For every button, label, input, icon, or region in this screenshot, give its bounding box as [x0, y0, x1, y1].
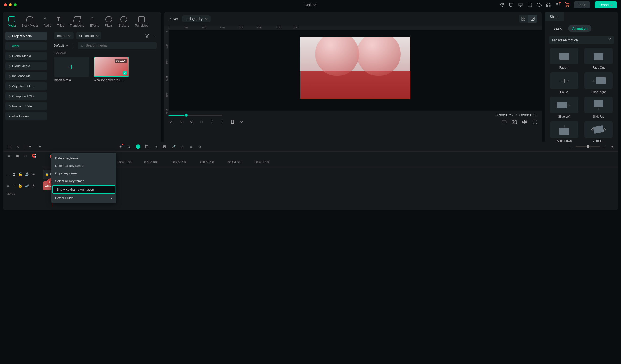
- monitor-icon[interactable]: [518, 2, 523, 7]
- anim-pause[interactable]: ⇢ ‖ ⇢Pause: [549, 72, 580, 94]
- basic-tab[interactable]: Basic: [550, 25, 566, 32]
- preset-animation-select[interactable]: Preset Animation: [549, 36, 614, 44]
- anim-slide-right[interactable]: ⇢Slide Right: [583, 72, 614, 94]
- marker-button[interactable]: [230, 119, 235, 124]
- tab-transitions[interactable]: Transitions: [70, 16, 84, 27]
- ctx-copy-keyframe[interactable]: Copy keyframe: [51, 169, 116, 177]
- ctx-select-all-keyframes[interactable]: Select all Keyframes: [51, 177, 116, 185]
- sidebar-compound-clip[interactable]: Compound Clip: [5, 92, 47, 100]
- filter-icon[interactable]: [144, 33, 149, 38]
- volume-button[interactable]: [522, 119, 527, 124]
- image-view-button[interactable]: [528, 15, 537, 23]
- sidebar-image-to-video[interactable]: Image to Video: [5, 102, 47, 110]
- sidebar-project-media[interactable]: Project Media: [5, 32, 47, 40]
- sidebar-influence-kit[interactable]: Influence Kit: [5, 72, 47, 80]
- mic-tool[interactable]: 🎤: [171, 144, 176, 149]
- apps-icon[interactable]: [555, 2, 560, 7]
- magnet-icon[interactable]: 🧲: [31, 153, 36, 158]
- tab-stock-media[interactable]: Stock Media: [22, 16, 38, 27]
- smart-tool[interactable]: [136, 144, 140, 149]
- fullscreen-button[interactable]: [533, 119, 537, 124]
- ctx-delete-keyframe[interactable]: Delete keyframe: [51, 154, 116, 162]
- zoom-in-button[interactable]: +: [603, 144, 607, 149]
- more-icon[interactable]: ⋯: [152, 33, 157, 38]
- import-media-card[interactable]: + Import Media: [54, 57, 89, 82]
- anim-vortex-in[interactable]: ⟲⟳Vortex In: [583, 121, 614, 143]
- ai-tool[interactable]: ✦: [118, 144, 123, 149]
- expand-tool[interactable]: »: [127, 144, 132, 149]
- sidebar-adjustment-layer[interactable]: Adjustment L…: [5, 82, 47, 90]
- track-visibility-icon[interactable]: 👁: [32, 172, 36, 176]
- tab-filters[interactable]: Filters: [105, 16, 113, 27]
- login-button[interactable]: Login: [574, 1, 590, 8]
- mark-in-button[interactable]: {: [209, 119, 214, 124]
- preview-canvas[interactable]: [169, 30, 542, 111]
- mark-out-button[interactable]: }: [220, 119, 225, 124]
- whatsapp-video-card[interactable]: 00:00:06 ✓ WhatsApp Video 202…: [94, 57, 129, 82]
- sort-default[interactable]: Default: [54, 43, 68, 48]
- mixer-tool[interactable]: ⎚: [180, 144, 185, 149]
- track-mute-icon[interactable]: 🔊: [25, 184, 29, 188]
- anim-fade-out[interactable]: Fade Out: [583, 48, 614, 69]
- maximize-window[interactable]: [14, 3, 17, 6]
- anim-slide-up[interactable]: ↑Slide Up: [583, 97, 614, 118]
- sidebar-cloud-media[interactable]: Cloud Media: [5, 62, 47, 70]
- grid-tool[interactable]: ▦: [6, 144, 11, 149]
- track-mute-icon[interactable]: 🔊: [25, 172, 29, 176]
- animation-tab[interactable]: Animation: [568, 25, 591, 32]
- keyframe-tool[interactable]: ◇: [197, 144, 202, 149]
- zoom-fit-button[interactable]: ▾: [610, 144, 615, 149]
- zoom-slider[interactable]: [575, 146, 600, 147]
- track-type-icon[interactable]: ▭: [6, 184, 10, 188]
- chat-icon[interactable]: [509, 2, 514, 7]
- progress-thumb[interactable]: [185, 114, 188, 116]
- tab-stickers[interactable]: Stickers: [119, 16, 129, 27]
- camera-button[interactable]: [512, 119, 517, 124]
- prev-frame-button[interactable]: ◁: [169, 119, 173, 124]
- quality-select[interactable]: Full Quality: [182, 15, 210, 22]
- next-frame-button[interactable]: ▷|: [189, 119, 194, 124]
- marker-tool[interactable]: ▭: [189, 144, 193, 149]
- timeline-ruler[interactable]: 00:00:15:00 00:00:20:00 00:00:25:00 00:0…: [42, 160, 618, 167]
- minimize-window[interactable]: [9, 3, 12, 6]
- zoom-out-button[interactable]: −: [568, 144, 573, 149]
- tab-titles[interactable]: TTitles: [57, 16, 64, 27]
- play-button[interactable]: ▷: [179, 119, 184, 124]
- send-icon[interactable]: [500, 2, 504, 7]
- sidebar-global-media[interactable]: Global Media: [5, 52, 47, 60]
- anim-slide-left[interactable]: ⇠Slide Left: [549, 97, 580, 118]
- save-icon[interactable]: [527, 2, 532, 7]
- track-type-icon[interactable]: ▭: [6, 172, 10, 176]
- headphones-icon[interactable]: [546, 2, 551, 7]
- tab-templates[interactable]: Templates: [135, 16, 148, 27]
- tab-audio[interactable]: ♫Audio: [44, 16, 51, 27]
- export-button[interactable]: Export: [595, 1, 617, 8]
- record-button[interactable]: Record: [76, 32, 102, 39]
- screenshot-button[interactable]: [502, 119, 507, 124]
- import-button[interactable]: Import: [54, 32, 74, 39]
- shield-tool[interactable]: ⛨: [162, 144, 167, 149]
- redo-button[interactable]: ↷: [37, 144, 42, 149]
- anim-slide-down[interactable]: ↓Slide Down: [549, 121, 580, 143]
- crop-tool[interactable]: [144, 144, 149, 149]
- ctx-delete-all-keyframes[interactable]: Delete all keyframes: [51, 162, 116, 169]
- track-lock-icon[interactable]: 🔓: [18, 172, 22, 176]
- chevron-down-icon[interactable]: [240, 120, 242, 123]
- pointer-tool[interactable]: ↖: [15, 144, 20, 149]
- speed-tool[interactable]: ⊙: [153, 144, 158, 149]
- anim-fade-in[interactable]: Fade In: [549, 48, 580, 69]
- sidebar-folder[interactable]: Folder: [5, 42, 47, 50]
- shape-tab[interactable]: Shape: [545, 12, 564, 21]
- cloud-download-icon[interactable]: [537, 2, 542, 7]
- stop-button[interactable]: □: [199, 119, 204, 124]
- undo-button[interactable]: ↶: [28, 144, 33, 149]
- track-layers-icon[interactable]: ▣: [15, 153, 19, 158]
- track-split-icon[interactable]: ⊟: [23, 153, 28, 158]
- sidebar-photos-library[interactable]: Photos Library: [5, 112, 47, 120]
- ctx-bezier-curve[interactable]: Bezier Curve▸: [51, 194, 116, 202]
- ctx-show-keyframe-animation[interactable]: Show Keyframe Animation: [52, 185, 115, 194]
- tab-media[interactable]: Media: [8, 16, 16, 27]
- cart-icon[interactable]: [565, 2, 569, 7]
- progress-bar[interactable]: [169, 115, 222, 116]
- grid-view-button[interactable]: [519, 15, 528, 23]
